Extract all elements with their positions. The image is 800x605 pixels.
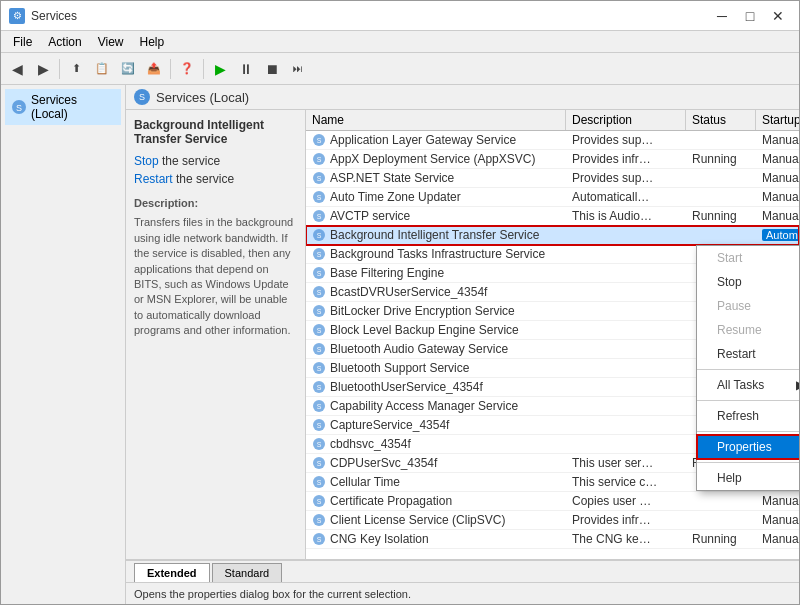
toolbar-sep-1	[59, 59, 60, 79]
ctx-resume[interactable]: Resume	[697, 318, 799, 342]
ctx-stop[interactable]: Stop	[697, 270, 799, 294]
service-name-cell: S Background Intelligent Transfer Servic…	[306, 226, 566, 244]
ctx-restart[interactable]: Restart	[697, 342, 799, 366]
column-headers: Name Description Status Startup Typ…	[306, 110, 799, 131]
app-icon: ⚙	[9, 8, 25, 24]
service-name-cell: S Base Filtering Engine	[306, 264, 566, 282]
table-row[interactable]: S AppX Deployment Service (AppXSVC) Prov…	[306, 150, 799, 169]
service-name-cell: S Client License Service (ClipSVC)	[306, 511, 566, 529]
table-row-bits[interactable]: S Background Intelligent Transfer Servic…	[306, 226, 799, 245]
nav-item-services-local[interactable]: S Services (Local)	[5, 89, 121, 125]
toolbar-sep-3	[203, 59, 204, 79]
back-button[interactable]: ◀	[5, 57, 29, 81]
help-button[interactable]: ❓	[175, 57, 199, 81]
run-button[interactable]: ▶	[208, 57, 232, 81]
main-window: ⚙ Services ─ □ ✕ File Action View Help ◀…	[0, 0, 800, 605]
help-menu[interactable]: Help	[132, 33, 173, 51]
close-button[interactable]: ✕	[765, 6, 791, 26]
service-name-cell: S Certificate Propagation	[306, 492, 566, 510]
service-name-cell: S Bluetooth Audio Gateway Service	[306, 340, 566, 358]
service-icon: S	[312, 437, 326, 451]
service-icon: S	[312, 133, 326, 147]
tab-extended[interactable]: Extended	[134, 563, 210, 582]
service-icon: S	[312, 456, 326, 470]
svg-text:S: S	[317, 175, 322, 182]
pause-button[interactable]: ⏸	[234, 57, 258, 81]
show-hide-button[interactable]: 📋	[90, 57, 114, 81]
svg-text:S: S	[16, 103, 22, 113]
col-name[interactable]: Name	[306, 110, 566, 130]
col-startup[interactable]: Startup Typ…	[756, 110, 799, 130]
tab-standard[interactable]: Standard	[212, 563, 283, 582]
svg-text:S: S	[317, 441, 322, 448]
restart-link[interactable]: Restart	[134, 172, 173, 186]
service-name-cell: S Background Tasks Infrastructure Servic…	[306, 245, 566, 263]
action-menu[interactable]: Action	[40, 33, 89, 51]
table-row[interactable]: S Client License Service (ClipSVC) Provi…	[306, 511, 799, 530]
service-name-cell: S CaptureService_4354f	[306, 416, 566, 434]
panel-header-icon: S	[134, 89, 150, 105]
ctx-help[interactable]: Help	[697, 466, 799, 490]
service-name-cell: S AVCTP service	[306, 207, 566, 225]
table-row[interactable]: S Auto Time Zone Updater Automaticall… M…	[306, 188, 799, 207]
service-icon: S	[312, 304, 326, 318]
stop-link[interactable]: Stop	[134, 154, 159, 168]
toolbar-sep-2	[170, 59, 171, 79]
ctx-pause[interactable]: Pause	[697, 294, 799, 318]
service-name-cell: S BcastDVRUserService_4354f	[306, 283, 566, 301]
svg-text:S: S	[317, 498, 322, 505]
restart-toolbar-button[interactable]: ⏭	[286, 57, 310, 81]
table-row[interactable]: S ASP.NET State Service Provides sup… Ma…	[306, 169, 799, 188]
stop-button[interactable]: ⏹	[260, 57, 284, 81]
svg-text:S: S	[317, 460, 322, 467]
up-button[interactable]: ⬆	[64, 57, 88, 81]
table-row[interactable]: S Certificate Propagation Copies user … …	[306, 492, 799, 511]
service-icon: S	[312, 380, 326, 394]
service-name-cell: S CNG Key Isolation	[306, 530, 566, 548]
refresh-button[interactable]: 🔄	[116, 57, 140, 81]
table-row[interactable]: S Application Layer Gateway Service Prov…	[306, 131, 799, 150]
bottom-area: Extended Standard Opens the properties d…	[126, 559, 799, 604]
file-menu[interactable]: File	[5, 33, 40, 51]
service-icon: S	[312, 494, 326, 508]
maximize-button[interactable]: □	[737, 6, 763, 26]
forward-button[interactable]: ▶	[31, 57, 55, 81]
table-row[interactable]: S AVCTP service This is Audio… Running M…	[306, 207, 799, 226]
svg-text:S: S	[317, 517, 322, 524]
col-description[interactable]: Description	[566, 110, 686, 130]
service-icon: S	[312, 361, 326, 375]
service-icon: S	[312, 532, 326, 546]
panel-content: Background Intelligent Transfer Service …	[126, 110, 799, 559]
ctx-all-tasks[interactable]: All Tasks ▶	[697, 373, 799, 397]
service-icon: S	[312, 342, 326, 356]
ctx-properties[interactable]: Properties	[697, 435, 799, 459]
table-row[interactable]: S CNG Key Isolation The CNG ke… Running …	[306, 530, 799, 549]
view-menu[interactable]: View	[90, 33, 132, 51]
service-title: Background Intelligent Transfer Service	[134, 118, 297, 146]
service-name-cell: S CDPUserSvc_4354f	[306, 454, 566, 472]
service-icon: S	[312, 418, 326, 432]
service-icon: S	[312, 266, 326, 280]
window-controls: ─ □ ✕	[709, 6, 791, 26]
service-icon: S	[312, 209, 326, 223]
service-name-cell: S BluetoothUserService_4354f	[306, 378, 566, 396]
ctx-sep-2	[697, 400, 799, 401]
ctx-sep-1	[697, 369, 799, 370]
svg-text:S: S	[317, 270, 322, 277]
svg-text:S: S	[317, 422, 322, 429]
panel-header: S Services (Local)	[126, 85, 799, 110]
ctx-sep-3	[697, 431, 799, 432]
export-button[interactable]: 📤	[142, 57, 166, 81]
left-nav: S Services (Local)	[1, 85, 126, 604]
window-title: Services	[31, 9, 703, 23]
col-status[interactable]: Status	[686, 110, 756, 130]
service-icon: S	[312, 399, 326, 413]
svg-text:S: S	[317, 536, 322, 543]
ctx-refresh[interactable]: Refresh	[697, 404, 799, 428]
minimize-button[interactable]: ─	[709, 6, 735, 26]
svg-text:S: S	[317, 251, 322, 258]
svg-text:S: S	[317, 346, 322, 353]
ctx-start[interactable]: Start	[697, 246, 799, 270]
service-icon: S	[312, 247, 326, 261]
ctx-all-tasks-arrow: ▶	[796, 378, 799, 392]
